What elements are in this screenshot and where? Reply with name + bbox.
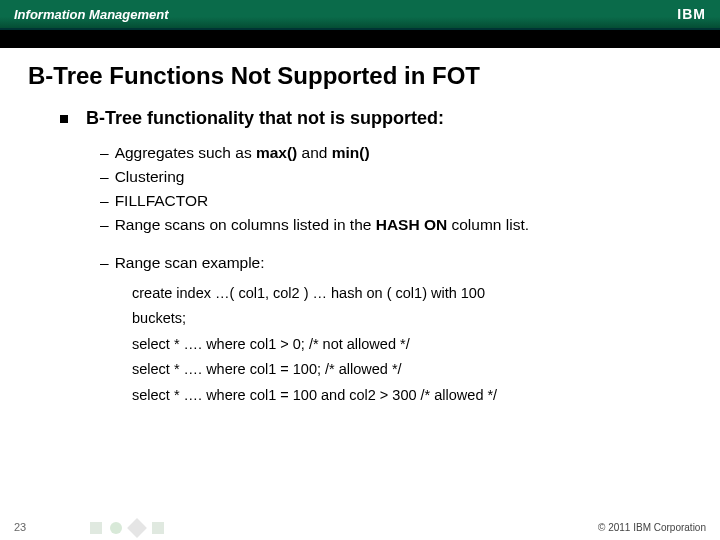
- intro-bullet: B-Tree functionality that not is support…: [60, 108, 692, 129]
- square-bullet-icon: [60, 115, 68, 123]
- dash-icon: –: [100, 189, 109, 213]
- dash-icon: –: [100, 141, 109, 165]
- dash-icon: –: [100, 165, 109, 189]
- code-example: create index …( col1, col2 ) … hash on (…: [132, 281, 692, 408]
- bullet-text: Aggregates such as max() and min(): [115, 141, 370, 165]
- dash-icon: –: [100, 213, 109, 237]
- bullet-example-label: – Range scan example:: [100, 251, 692, 275]
- bullet-clustering: – Clustering: [100, 165, 692, 189]
- footer: 23 © 2011 IBM Corporation: [0, 514, 720, 540]
- text-fragment: and: [297, 144, 331, 161]
- intro-text: B-Tree functionality that not is support…: [86, 108, 444, 129]
- text-fragment: column list.: [447, 216, 529, 233]
- bullet-text: Clustering: [115, 165, 185, 189]
- text-fragment: Range scans on columns listed in the: [115, 216, 376, 233]
- page-number: 23: [14, 521, 26, 533]
- dash-icon: –: [100, 251, 109, 275]
- top-bar: Information Management IBM: [0, 0, 720, 30]
- black-band: [0, 30, 720, 48]
- bold-min: min(): [332, 144, 370, 161]
- bullet-aggregates: – Aggregates such as max() and min(): [100, 141, 692, 165]
- bullet-text: Range scan example:: [115, 251, 265, 275]
- code-line: select * …. where col1 = 100 and col2 > …: [132, 383, 692, 408]
- bold-max: max(): [256, 144, 297, 161]
- bullet-text: FILLFACTOR: [115, 189, 209, 213]
- code-line: select * …. where col1 > 0; /* not allow…: [132, 332, 692, 357]
- sub-bullets: – Aggregates such as max() and min() – C…: [100, 141, 692, 275]
- brand-title: Information Management: [14, 7, 169, 22]
- bullet-text: Range scans on columns listed in the HAS…: [115, 213, 529, 237]
- bullet-fillfactor: – FILLFACTOR: [100, 189, 692, 213]
- code-line: buckets;: [132, 306, 692, 331]
- slide-title: B-Tree Functions Not Supported in FOT: [28, 62, 692, 90]
- bullet-range-scans: – Range scans on columns listed in the H…: [100, 213, 692, 237]
- bold-hashon: HASH ON: [376, 216, 447, 233]
- ibm-logo: IBM: [677, 6, 706, 22]
- slide-content: B-Tree Functions Not Supported in FOT B-…: [0, 48, 720, 408]
- copyright: © 2011 IBM Corporation: [598, 522, 706, 533]
- text-fragment: Aggregates such as: [115, 144, 256, 161]
- code-line: select * …. where col1 = 100; /* allowed…: [132, 357, 692, 382]
- code-line: create index …( col1, col2 ) … hash on (…: [132, 281, 692, 306]
